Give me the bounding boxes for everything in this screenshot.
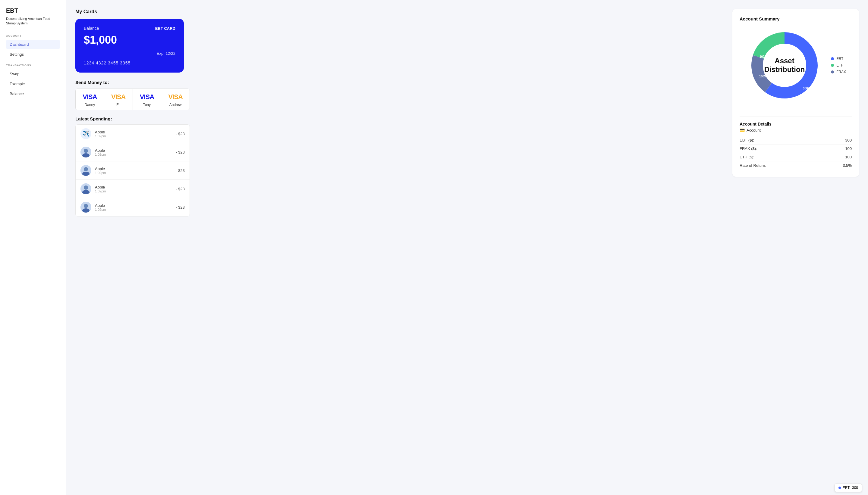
spending-amount-0: - $23	[176, 132, 185, 136]
spending-name-1: Apple	[95, 148, 176, 153]
spending-info-2: Apple 1:02pm	[95, 167, 176, 175]
send-name-danny: Danny	[85, 103, 95, 107]
card-type-label: EBT CARD	[155, 26, 176, 31]
spending-item-4: Apple 1:02pm - $23	[76, 198, 190, 216]
sidebar: EBT Decentralizing American Food Stamp S…	[0, 0, 66, 495]
spending-item-2: Apple 1:02pm - $23	[76, 161, 190, 180]
spending-list: ✈️ Apple 1:02pm - $23	[75, 124, 190, 217]
spending-avatar-4	[80, 202, 91, 212]
latest-spending-section: Latest Spending: ✈️ Apple 1:02pm - $23	[75, 116, 190, 217]
legend-item-eth: ETH	[831, 63, 846, 67]
spending-name-0: Apple	[95, 130, 176, 134]
svg-point-10	[84, 204, 88, 208]
send-list: VISA Danny VISA Eli VISA Tony VISA Andre…	[75, 88, 190, 110]
spending-amount-3: - $23	[176, 187, 185, 191]
account-label: Account	[747, 128, 761, 133]
account-details-title: Account Details	[740, 122, 852, 126]
spending-time-4: 1:02pm	[95, 208, 176, 211]
tooltip-label: EBT:	[843, 486, 850, 490]
balance-label: Balance	[84, 26, 99, 31]
sidebar-item-swap[interactable]: Swap	[6, 69, 60, 79]
spending-info-3: Apple 1:02pm	[95, 185, 176, 193]
detail-label-frax: FRAX ($):	[740, 146, 757, 151]
spending-name-2: Apple	[95, 167, 176, 171]
card-number: 1234 4322 3455 3355	[84, 61, 176, 65]
spending-time-2: 1:02pm	[95, 171, 176, 175]
send-item-tony[interactable]: VISA Tony	[133, 89, 162, 110]
latest-spending-title: Latest Spending:	[75, 116, 190, 121]
my-cards-title: My Cards	[75, 9, 726, 15]
spending-time-3: 1:02pm	[95, 189, 176, 193]
send-item-andrew[interactable]: VISA Andrew	[161, 89, 190, 110]
sidebar-section-account: ACCOUNT	[6, 34, 60, 37]
card-expiry: Exp: 12/22	[84, 51, 176, 56]
sidebar-item-dashboard[interactable]: Dashboard	[6, 40, 60, 49]
spending-name-3: Apple	[95, 185, 176, 189]
chart-tooltip: EBT: 300	[835, 483, 862, 492]
tooltip-value: 300	[852, 486, 858, 490]
account-summary-title: Account Summary	[740, 16, 852, 21]
sidebar-item-settings[interactable]: Settings	[6, 50, 60, 59]
frax-seg-label: 100$	[759, 75, 766, 78]
spending-item-3: Apple 1:02pm - $23	[76, 180, 190, 198]
detail-value-eth: 100	[845, 155, 852, 159]
detail-row-frax: FRAX ($): 100	[740, 144, 852, 153]
spending-time-0: 1:02pm	[95, 134, 176, 138]
detail-label-eth: ETH ($):	[740, 155, 754, 159]
sidebar-subtitle: Decentralizing American Food Stamp Syste…	[6, 17, 60, 26]
legend-dot-frax	[831, 70, 834, 73]
send-item-danny[interactable]: VISA Danny	[76, 89, 104, 110]
svg-point-1	[84, 149, 88, 153]
spending-avatar-1	[80, 147, 91, 157]
detail-value-frax: 100	[845, 146, 852, 151]
legend-item-ebt: EBT	[831, 57, 846, 61]
send-name-andrew: Andrew	[169, 103, 182, 107]
sidebar-item-example[interactable]: Example	[6, 79, 60, 88]
send-name-eli: Eli	[116, 103, 120, 107]
detail-value-ebt: 300	[845, 138, 852, 142]
legend-label-ebt: EBT	[836, 57, 843, 61]
sidebar-section-transactions: TRANSACTIONS	[6, 64, 60, 67]
visa-logo-eli: VISA	[111, 93, 125, 101]
spending-avatar-2	[80, 165, 91, 176]
eth-seg-label: 100$	[759, 55, 766, 58]
spending-info-4: Apple 1:02pm	[95, 203, 176, 211]
spending-item-0: ✈️ Apple 1:02pm - $23	[76, 125, 190, 143]
detail-value-ror: 3.5%	[843, 163, 852, 168]
spending-info-1: Apple 1:02pm	[95, 148, 176, 156]
account-details-section: Account Details 💳 Account EBT ($): 300 F…	[740, 117, 852, 170]
legend-dot-eth	[831, 64, 834, 67]
spending-name-4: Apple	[95, 203, 176, 208]
legend-label-frax: FRAX	[836, 70, 846, 74]
account-label-row: 💳 Account	[740, 128, 852, 133]
spending-info-0: Apple 1:02pm	[95, 130, 176, 138]
ebt-card: Balance EBT CARD $1,000 Exp: 12/22 1234 …	[75, 19, 184, 72]
donut-inner-circle	[763, 44, 806, 87]
spending-time-1: 1:02pm	[95, 153, 176, 156]
spending-amount-2: - $23	[176, 168, 185, 173]
right-panel: Account Summary	[732, 9, 859, 486]
send-money-title: Send Money to:	[75, 80, 726, 85]
send-item-eli[interactable]: VISA Eli	[104, 89, 133, 110]
visa-logo-danny: VISA	[83, 93, 97, 101]
main-content: My Cards Balance EBT CARD $1,000 Exp: 12…	[66, 0, 868, 495]
chart-area: 100$ 100$ 300$ Asset Distribution EBT	[740, 26, 852, 104]
send-name-tony: Tony	[143, 103, 151, 107]
spending-avatar-plane: ✈️	[80, 128, 91, 139]
legend-label-eth: ETH	[836, 63, 844, 67]
spending-amount-1: - $23	[176, 150, 185, 154]
legend-dot-ebt	[831, 57, 834, 60]
ebt-seg-label: 300$	[803, 87, 810, 90]
wallet-icon: 💳	[740, 128, 745, 133]
detail-label-ebt: EBT ($):	[740, 138, 754, 142]
sidebar-logo: EBT	[6, 7, 60, 14]
left-panel: My Cards Balance EBT CARD $1,000 Exp: 12…	[75, 9, 726, 486]
visa-logo-andrew: VISA	[168, 93, 182, 101]
tooltip-dot	[838, 487, 841, 489]
visa-logo-tony: VISA	[140, 93, 154, 101]
send-money-section: Send Money to: VISA Danny VISA Eli VISA …	[75, 80, 726, 110]
donut-legend: EBT ETH FRAX	[831, 57, 846, 74]
sidebar-item-balance[interactable]: Balance	[6, 89, 60, 99]
donut-chart: 100$ 100$ 300$ Asset Distribution	[745, 26, 824, 104]
account-summary-card: Account Summary	[732, 9, 859, 177]
